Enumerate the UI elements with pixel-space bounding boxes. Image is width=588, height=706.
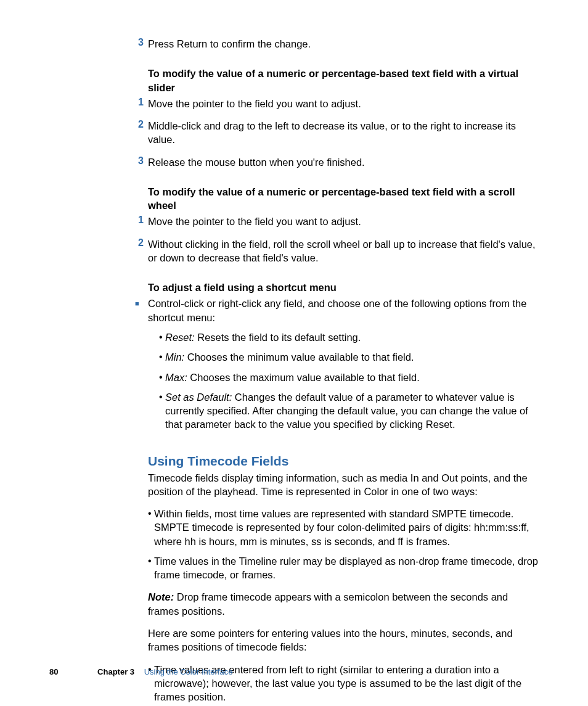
paragraph: Timecode fields display timing informati… (148, 471, 542, 499)
step-number: 3 (131, 37, 144, 51)
term: Set as Default: (165, 392, 232, 403)
chapter-label: Chapter 3 (97, 667, 134, 676)
sub-bullet-item: • Set as Default: Changes the default va… (159, 390, 542, 432)
step-text: Without clicking in the field, roll the … (148, 237, 542, 265)
step-item: 2 Without clicking in the field, roll th… (148, 237, 542, 265)
bullet-text: Control-click or right-click any field, … (148, 297, 542, 324)
page-footer: 80 Chapter 3 Using the Color Interface (49, 667, 232, 676)
step-text: Middle-click and drag to the left to dec… (148, 119, 542, 147)
step-number: 2 (131, 237, 144, 265)
square-bullet-icon: ■ (135, 297, 144, 324)
page-content: 3 Press Return to confirm the change. To… (0, 0, 588, 706)
step-number: 3 (131, 155, 144, 169)
step-number: 1 (131, 215, 144, 228)
step-item: 1 Move the pointer to the field you want… (148, 97, 542, 110)
step-item: 1 Move the pointer to the field you want… (148, 215, 542, 228)
dot-bullet-icon: • (148, 507, 154, 548)
step-item: 2 Middle-click and drag to the left to d… (148, 119, 542, 147)
dot-bullet-icon: • (159, 390, 165, 432)
paragraph: Here are some pointers for entering valu… (148, 626, 542, 654)
note-paragraph: Note: Drop frame timecode appears with a… (148, 590, 542, 618)
note-body: Drop frame timecode appears with a semic… (148, 591, 508, 616)
description: Chooses the minimum value available to t… (184, 351, 414, 363)
note-label: Note: (148, 591, 174, 602)
sub-bullet-text: Max: Chooses the maximum value available… (165, 371, 420, 384)
bullet-text: Time values in the Timeline ruler may be… (154, 554, 542, 582)
step-text: Release the mouse button when you're fin… (148, 155, 365, 169)
section-label: Using the Color Interface (144, 667, 233, 676)
bullet-text: Within fields, most time values are repr… (154, 507, 542, 548)
step-item: 3 Release the mouse button when you're f… (148, 155, 542, 169)
page-number: 80 (49, 667, 58, 676)
dot-bullet-icon: • (159, 330, 165, 344)
dot-bullet-icon: • (159, 371, 165, 384)
bullet-item: • Within fields, most time values are re… (148, 507, 542, 548)
term: Max: (165, 372, 187, 383)
dot-bullet-icon: • (148, 554, 154, 582)
section-heading: Using Timecode Fields (148, 454, 542, 469)
step-text: Move the pointer to the field you want t… (148, 97, 361, 110)
step-text: Move the pointer to the field you want t… (148, 215, 361, 228)
dot-bullet-icon: • (159, 350, 165, 364)
term: Min: (165, 351, 184, 363)
sub-bullet-text: Min: Chooses the minimum value available… (165, 350, 414, 364)
bullet-item: • Time values in the Timeline ruler may … (148, 554, 542, 582)
description: Resets the field to its default setting. (195, 332, 361, 343)
step-number: 1 (131, 97, 144, 110)
bullet-item: ■ Control-click or right-click any field… (148, 297, 542, 324)
step-text: Press Return to confirm the change. (148, 37, 311, 51)
procedure-heading: To adjust a field using a shortcut menu (148, 281, 542, 294)
term: Reset: (165, 332, 195, 343)
sub-bullet-text: Set as Default: Changes the default valu… (165, 390, 542, 432)
sub-bullet-item: • Max: Chooses the maximum value availab… (159, 371, 542, 384)
procedure-heading: To modify the value of a numeric or perc… (148, 67, 542, 94)
sub-bullet-text: Reset: Resets the field to its default s… (165, 330, 361, 344)
step-number: 2 (131, 119, 144, 147)
description: Chooses the maximum value available to t… (187, 372, 420, 383)
sub-bullet-item: • Reset: Resets the field to its default… (159, 330, 542, 344)
step-item: 3 Press Return to confirm the change. (148, 37, 542, 51)
procedure-heading: To modify the value of a numeric or perc… (148, 185, 542, 213)
sub-bullet-item: • Min: Chooses the minimum value availab… (159, 350, 542, 364)
